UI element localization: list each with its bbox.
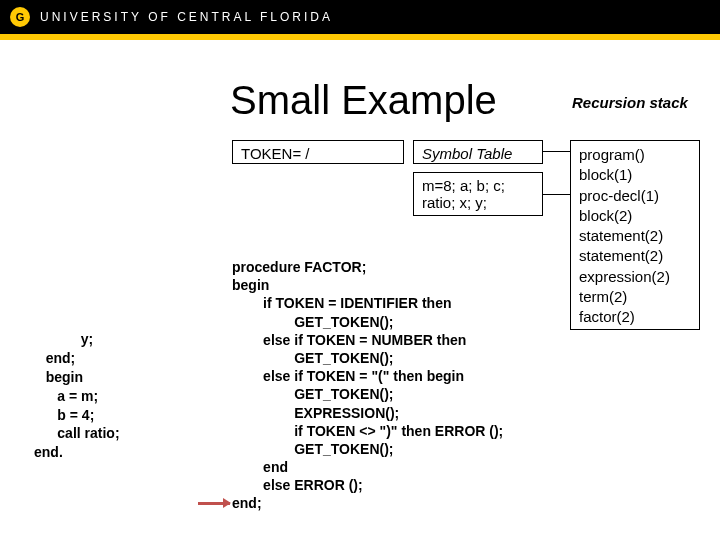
token-box: TOKEN= /	[232, 140, 404, 164]
recursion-stack-title: Recursion stack	[572, 94, 688, 111]
banner-text: UNIVERSITY OF CENTRAL FLORIDA	[40, 10, 333, 24]
red-arrow-icon	[198, 502, 230, 505]
recursion-stack-box: program() block(1) proc-decl(1) block(2)…	[570, 140, 700, 330]
connector-line	[543, 151, 570, 152]
right-code-block: procedure FACTOR; begin if TOKEN = IDENT…	[232, 258, 503, 513]
gold-divider	[0, 34, 720, 40]
top-banner: G UNIVERSITY OF CENTRAL FLORIDA	[0, 0, 720, 34]
ucf-logo-icon: G	[10, 7, 30, 27]
left-code-block: y; end; begin a = m; b = 4; call ratio; …	[34, 330, 120, 462]
slide-title: Small Example	[230, 78, 497, 123]
symbol-table-title-box: Symbol Table	[413, 140, 543, 164]
symbol-table-content-box: m=8; a; b; c; ratio; x; y;	[413, 172, 543, 216]
connector-line	[543, 194, 570, 195]
